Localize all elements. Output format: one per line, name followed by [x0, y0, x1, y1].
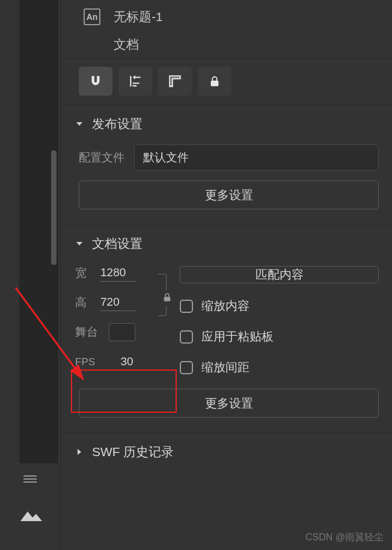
svg-rect-0 [211, 81, 219, 86]
fps-label: FPS [75, 356, 100, 368]
chevron-right-icon [75, 448, 84, 456]
document-settings-header[interactable]: 文档设置 [75, 235, 379, 252]
more-document-settings-button[interactable]: 更多设置 [79, 389, 379, 418]
lock-button[interactable] [198, 67, 231, 96]
panel-menu-icon[interactable] [18, 475, 42, 483]
left-panel [0, 0, 60, 550]
section-title: SWF 历史记录 [92, 443, 174, 460]
apply-pasteboard-checkbox[interactable] [180, 330, 193, 344]
properties-panel: An 无标题-1 文档 发布设置 配置文件 默认文件 更多设置 [60, 0, 392, 550]
toolbar [61, 58, 392, 105]
chevron-down-icon [75, 239, 84, 248]
image-panel-icon[interactable] [19, 508, 43, 522]
stage-row: 舞台 [75, 323, 145, 341]
ruler-button[interactable] [158, 67, 192, 96]
more-publish-settings-button[interactable]: 更多设置 [79, 181, 379, 209]
profile-dropdown[interactable]: 默认文件 [134, 144, 379, 171]
swf-history-header[interactable]: SWF 历史记录 [75, 443, 379, 460]
swf-history-section: SWF 历史记录 [61, 433, 392, 466]
width-value[interactable]: 1280 [100, 264, 136, 282]
document-type: 文档 [114, 36, 379, 53]
watermark: CSDN @雨翼轻尘 [305, 531, 384, 544]
svg-rect-1 [164, 297, 171, 301]
document-title: 无标题-1 [114, 8, 163, 25]
chevron-down-icon [75, 120, 84, 128]
dimension-link [158, 264, 167, 321]
document-header: An 无标题-1 文档 [61, 0, 392, 58]
document-settings-section: 文档设置 宽 1280 高 720 舞台 FPS 30 [61, 224, 392, 433]
bottom-left-panel [0, 472, 60, 550]
publish-settings-section: 发布设置 配置文件 默认文件 更多设置 [61, 105, 392, 224]
publish-settings-header[interactable]: 发布设置 [75, 116, 379, 132]
snap-button[interactable] [79, 67, 112, 96]
match-content-button[interactable]: 匹配内容 [180, 266, 379, 283]
width-label: 宽 [75, 265, 92, 281]
height-value[interactable]: 720 [100, 294, 136, 311]
section-title: 文档设置 [92, 235, 142, 252]
scrollbar-thumb[interactable] [51, 150, 57, 265]
scale-spacing-label: 缩放间距 [201, 359, 250, 375]
scale-content-label: 缩放内容 [201, 298, 250, 314]
fps-value[interactable]: 30 [109, 353, 145, 371]
align-button[interactable] [118, 67, 152, 96]
link-lock-icon[interactable] [162, 291, 173, 306]
animate-badge-icon: An [84, 8, 100, 25]
section-title: 发布设置 [92, 116, 142, 132]
scale-spacing-checkbox[interactable] [180, 361, 193, 374]
apply-pasteboard-label: 应用于粘贴板 [201, 329, 274, 345]
stage-label: 舞台 [75, 324, 100, 340]
scale-content-checkbox[interactable] [180, 300, 193, 313]
stage-color-swatch[interactable] [109, 323, 135, 341]
profile-label: 配置文件 [79, 150, 126, 165]
height-label: 高 [75, 295, 92, 311]
